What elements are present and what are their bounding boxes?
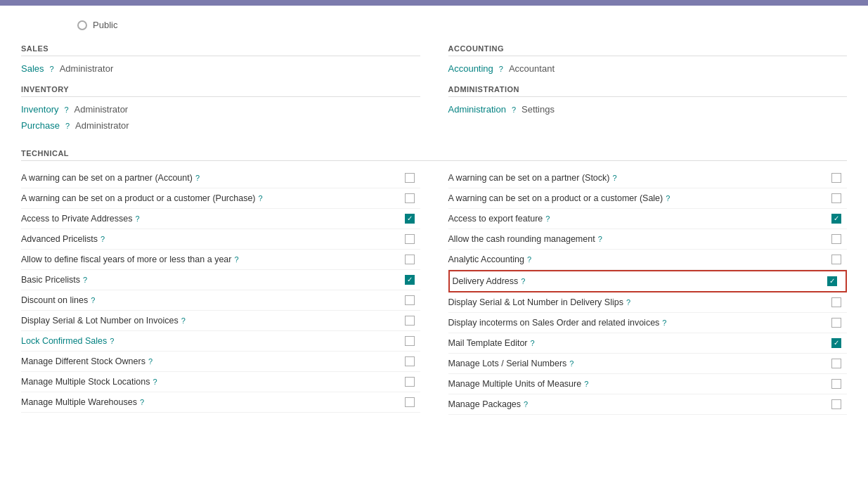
checkbox[interactable] bbox=[831, 318, 841, 328]
tech-item-label: Display incoterms on Sales Order and rel… bbox=[448, 318, 660, 328]
technical-grid: A warning can be set on a partner (Accou… bbox=[21, 168, 847, 415]
purchase-help[interactable]: ? bbox=[65, 122, 70, 130]
page-content: Public SALES Sales ? Administrator INVEN… bbox=[0, 6, 868, 429]
inventory-label[interactable]: Inventory bbox=[21, 104, 58, 115]
tech-left-row: A warning can be set on a partner (Accou… bbox=[21, 168, 420, 188]
help-icon[interactable]: ? bbox=[140, 398, 144, 406]
accounting-label[interactable]: Accounting bbox=[448, 63, 493, 74]
checkbox[interactable] bbox=[831, 255, 841, 264]
checkbox[interactable] bbox=[405, 173, 415, 183]
sales-label[interactable]: Sales bbox=[21, 63, 44, 74]
checkbox[interactable] bbox=[405, 255, 415, 264]
tech-left-row: Display Serial & Lot Number on Invoices? bbox=[21, 311, 420, 331]
accounting-help[interactable]: ? bbox=[499, 65, 503, 73]
tech-item-label: A warning can be set on a product or a c… bbox=[448, 193, 663, 203]
checkbox[interactable] bbox=[405, 316, 415, 326]
help-icon[interactable]: ? bbox=[153, 378, 157, 386]
tech-item-label: Access to Private Addresses bbox=[21, 214, 132, 224]
help-icon[interactable]: ? bbox=[584, 380, 588, 388]
tech-item-label: Discount on lines bbox=[21, 295, 88, 305]
tech-right-row: Manage Lots / Serial Numbers? bbox=[448, 354, 848, 374]
checkbox[interactable] bbox=[405, 377, 415, 387]
help-icon[interactable]: ? bbox=[569, 359, 574, 368]
help-icon[interactable]: ? bbox=[521, 277, 525, 285]
help-icon[interactable]: ? bbox=[101, 235, 105, 243]
help-icon[interactable]: ? bbox=[259, 194, 263, 202]
help-icon[interactable]: ? bbox=[666, 194, 670, 202]
tech-item-label: Allow the cash rounding management bbox=[448, 234, 595, 244]
help-icon[interactable]: ? bbox=[613, 174, 617, 182]
tech-right-row: Manage Packages? bbox=[448, 394, 848, 415]
sales-value: Administrator bbox=[60, 63, 114, 74]
checkbox[interactable] bbox=[831, 234, 841, 244]
sales-help[interactable]: ? bbox=[50, 65, 54, 73]
tech-left-col: A warning can be set on a partner (Accou… bbox=[21, 168, 420, 415]
accounting-header: ACCOUNTING bbox=[448, 44, 848, 56]
public-label: Public bbox=[93, 20, 117, 30]
checkbox[interactable] bbox=[405, 336, 415, 346]
inventory-value: Administrator bbox=[75, 104, 129, 115]
checkbox[interactable] bbox=[831, 338, 841, 348]
help-icon[interactable]: ? bbox=[91, 296, 95, 304]
tech-left-row: Advanced Pricelists? bbox=[21, 229, 420, 250]
tech-left-row: A warning can be set on a product or a c… bbox=[21, 188, 420, 209]
checkbox[interactable] bbox=[405, 275, 415, 285]
administration-row: Administration ? Settings bbox=[448, 104, 848, 115]
tech-right-row: Delivery Address? bbox=[448, 270, 848, 292]
checkbox[interactable] bbox=[831, 359, 841, 368]
accounting-row: Accounting ? Accountant bbox=[448, 63, 848, 74]
sales-row: Sales ? Administrator bbox=[21, 63, 420, 74]
public-radio[interactable] bbox=[77, 20, 87, 30]
purchase-label[interactable]: Purchase bbox=[21, 120, 60, 131]
tech-item-label[interactable]: Lock Confirmed Sales bbox=[21, 336, 107, 346]
public-row: Public bbox=[21, 20, 847, 30]
checkbox[interactable] bbox=[831, 193, 841, 203]
checkbox[interactable] bbox=[831, 173, 841, 183]
help-icon[interactable]: ? bbox=[83, 276, 87, 284]
checkbox[interactable] bbox=[405, 397, 415, 407]
tech-item-label: Analytic Accounting bbox=[448, 255, 524, 264]
checkbox[interactable] bbox=[831, 214, 841, 224]
tech-item-label: A warning can be set on a partner (Stock… bbox=[448, 173, 610, 183]
help-icon[interactable]: ? bbox=[234, 255, 238, 264]
help-icon[interactable]: ? bbox=[626, 298, 630, 307]
checkbox[interactable] bbox=[405, 193, 415, 203]
tech-left-row: Manage Multiple Stock Locations? bbox=[21, 372, 420, 392]
help-icon[interactable]: ? bbox=[527, 255, 531, 264]
help-icon[interactable]: ? bbox=[524, 400, 528, 408]
help-icon[interactable]: ? bbox=[135, 214, 139, 223]
tech-item-label: Manage Multiple Warehouses bbox=[21, 397, 137, 407]
checkbox[interactable] bbox=[405, 356, 415, 366]
help-icon[interactable]: ? bbox=[598, 235, 602, 243]
help-icon[interactable]: ? bbox=[531, 339, 535, 347]
administration-label[interactable]: Administration bbox=[448, 104, 506, 115]
tech-item-label: Manage Lots / Serial Numbers bbox=[448, 359, 567, 368]
help-icon[interactable]: ? bbox=[662, 318, 666, 327]
administration-help[interactable]: ? bbox=[512, 105, 516, 114]
tech-item-label: Display Serial & Lot Number on Invoices bbox=[21, 316, 179, 326]
administration-value: Settings bbox=[522, 104, 555, 115]
help-icon[interactable]: ? bbox=[545, 214, 550, 223]
checkbox[interactable] bbox=[831, 399, 841, 409]
tech-item-label: Display Serial & Lot Number in Delivery … bbox=[448, 297, 623, 307]
tech-item-label: A warning can be set on a product or a c… bbox=[21, 193, 256, 203]
tech-item-label: Advanced Pricelists bbox=[21, 234, 98, 244]
checkbox[interactable] bbox=[831, 379, 841, 389]
checkbox[interactable] bbox=[405, 234, 415, 244]
help-icon[interactable]: ? bbox=[148, 357, 153, 366]
accounting-section: ACCOUNTING Accounting ? Accountant bbox=[448, 44, 848, 74]
help-icon[interactable]: ? bbox=[195, 174, 200, 182]
tech-item-label: Manage Multiple Stock Locations bbox=[21, 377, 150, 387]
inventory-help[interactable]: ? bbox=[64, 105, 68, 114]
tech-right-row: A warning can be set on a product or a c… bbox=[448, 188, 848, 209]
checkbox[interactable] bbox=[405, 295, 415, 305]
checkbox[interactable] bbox=[831, 297, 841, 307]
checkbox[interactable] bbox=[827, 276, 837, 286]
help-icon[interactable]: ? bbox=[181, 316, 186, 325]
help-icon[interactable]: ? bbox=[110, 337, 114, 345]
tech-right-row: A warning can be set on a partner (Stock… bbox=[448, 168, 848, 188]
inventory-section: INVENTORY Inventory ? Administrator Purc… bbox=[21, 85, 420, 131]
checkbox[interactable] bbox=[405, 214, 415, 224]
tech-item-label: Access to export feature bbox=[448, 214, 543, 224]
tech-right-row: Display Serial & Lot Number in Delivery … bbox=[448, 292, 848, 313]
